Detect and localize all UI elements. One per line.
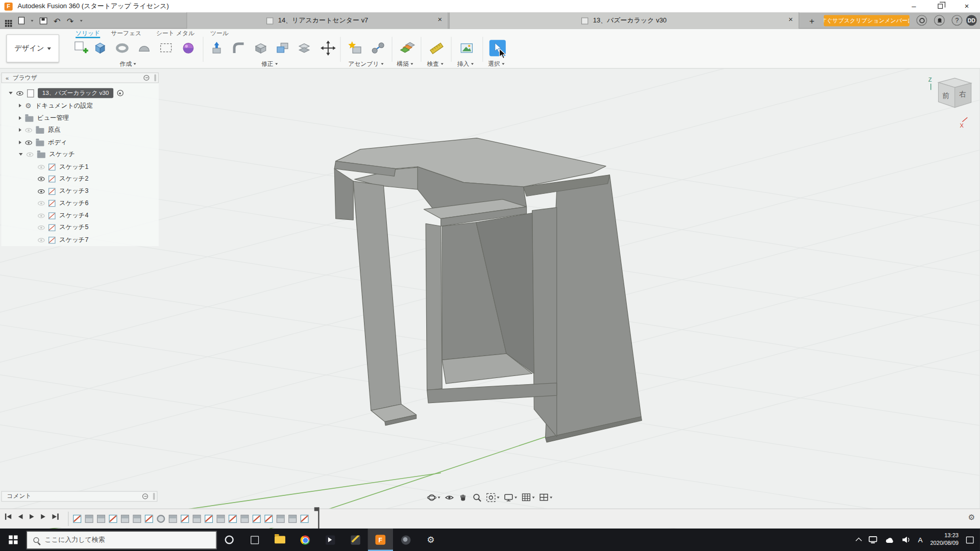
hole-icon[interactable] bbox=[136, 40, 153, 56]
timeline-feature-sketch[interactable] bbox=[229, 515, 237, 523]
collapsed-icon[interactable] bbox=[19, 141, 21, 144]
zoom-icon[interactable] bbox=[471, 492, 483, 503]
image-editor-icon[interactable] bbox=[393, 529, 418, 551]
collapse-comments-icon[interactable] bbox=[142, 493, 148, 499]
timeline-feature-sketch[interactable] bbox=[301, 515, 309, 523]
root-document-label[interactable]: 13、バズーカラック v30 bbox=[38, 88, 113, 98]
tree-row-document-settings[interactable]: ⚙ ドキュメントの設定 bbox=[19, 100, 93, 111]
timeline-feature-extrude[interactable] bbox=[216, 515, 225, 523]
visibility-eye-icon[interactable] bbox=[38, 177, 45, 181]
modify-group-label[interactable]: 修正 bbox=[261, 60, 278, 68]
expand-icon[interactable] bbox=[9, 92, 12, 94]
new-tab-button[interactable]: + bbox=[805, 12, 819, 29]
inspect-group-label[interactable]: 検査 bbox=[427, 60, 444, 68]
tree-row-origin[interactable]: 原点 bbox=[19, 124, 60, 136]
timeline-step-forward-button[interactable] bbox=[41, 514, 45, 519]
construct-plane-icon[interactable] bbox=[399, 40, 415, 56]
data-panel-icon[interactable] bbox=[5, 20, 7, 22]
extrude-icon[interactable] bbox=[92, 40, 108, 56]
tree-row-bodies[interactable]: ボディ bbox=[19, 137, 67, 148]
timeline-feature-extrude[interactable] bbox=[277, 515, 285, 523]
cloud-tray-icon[interactable] bbox=[885, 536, 894, 543]
fillet-icon[interactable] bbox=[231, 40, 247, 56]
tree-label[interactable]: ドキュメントの設定 bbox=[35, 101, 93, 110]
subscription-button[interactable]: 今すぐサブスクリプションメンバーに... bbox=[824, 15, 910, 26]
file-icon[interactable] bbox=[18, 17, 24, 24]
tree-label[interactable]: スケッチ bbox=[49, 150, 75, 159]
file-menu-caret[interactable] bbox=[31, 20, 33, 22]
tree-row-sketch[interactable]: スケッチ1 bbox=[38, 161, 88, 172]
new-component-icon[interactable] bbox=[347, 40, 363, 56]
create-group-label[interactable]: 作成 bbox=[119, 60, 136, 68]
timeline-play-button[interactable] bbox=[30, 514, 34, 519]
timeline-feature-extrude[interactable] bbox=[240, 515, 249, 523]
minimize-browser-icon[interactable] bbox=[143, 75, 149, 81]
select-group-label[interactable]: 選択 bbox=[488, 60, 504, 68]
visibility-eye-icon[interactable] bbox=[38, 189, 45, 193]
workspace-switcher[interactable]: デザイン bbox=[6, 34, 59, 62]
fusion-taskbar-icon[interactable]: F bbox=[368, 529, 393, 551]
display-settings-icon[interactable] bbox=[503, 492, 519, 503]
job-status-icon[interactable] bbox=[916, 15, 927, 26]
visibility-eye-icon[interactable] bbox=[38, 238, 45, 242]
ribbon-tab-surface[interactable]: サーフェス bbox=[111, 30, 141, 38]
comment-panel-handle[interactable] bbox=[153, 493, 155, 499]
tree-row-sketch[interactable]: スケッチ5 bbox=[38, 222, 88, 233]
sketch-label[interactable]: スケッチ6 bbox=[59, 198, 88, 207]
ribbon-tab-tools[interactable]: ツール bbox=[210, 30, 229, 38]
timeline-feature-extrude[interactable] bbox=[193, 515, 201, 523]
timeline-feature-sketch[interactable] bbox=[109, 515, 117, 523]
grid-settings-icon[interactable] bbox=[520, 492, 536, 503]
shell-icon[interactable] bbox=[253, 40, 269, 56]
visibility-eye-icon[interactable] bbox=[25, 140, 32, 145]
visibility-eye-icon[interactable] bbox=[38, 201, 45, 206]
timeline-feature-extrude[interactable] bbox=[97, 515, 105, 523]
construct-group-label[interactable]: 構築 bbox=[397, 60, 413, 68]
timeline-feature-sketch[interactable] bbox=[181, 515, 189, 523]
timeline-feature-sketch[interactable] bbox=[253, 515, 261, 523]
help-icon[interactable]: ? bbox=[951, 15, 962, 26]
tree-row-sketch[interactable]: スケッチ3 bbox=[38, 186, 88, 197]
visibility-eye-icon[interactable] bbox=[38, 165, 45, 169]
timeline-feature-sketch[interactable] bbox=[205, 515, 213, 523]
timeline-feature-sketch[interactable] bbox=[145, 515, 153, 523]
tree-root-row[interactable]: 13、バズーカラック v30 bbox=[9, 87, 123, 98]
view-cube[interactable]: Z 前 右 X bbox=[923, 72, 980, 130]
tree-row-sketch[interactable]: スケッチ4 bbox=[38, 210, 88, 221]
cortana-button[interactable] bbox=[216, 529, 241, 551]
media-player-icon[interactable] bbox=[317, 529, 342, 551]
document-tab-inactive[interactable]: 14、リアスカートセンター v7 × bbox=[186, 12, 448, 29]
tree-row-sketch[interactable]: スケッチ6 bbox=[38, 197, 88, 209]
timeline-feature-sketch[interactable] bbox=[73, 515, 81, 523]
sketch-label[interactable]: スケッチ4 bbox=[59, 211, 88, 220]
notifications-icon[interactable] bbox=[934, 15, 945, 26]
sketch-label[interactable]: スケッチ1 bbox=[59, 162, 88, 171]
create-sketch-icon[interactable] bbox=[73, 40, 89, 56]
pan-icon[interactable] bbox=[457, 492, 469, 503]
undo-menu-caret[interactable] bbox=[80, 20, 82, 22]
tree-row-sketch[interactable]: スケッチ7 bbox=[38, 234, 88, 245]
tree-label[interactable]: ビュー管理 bbox=[37, 114, 69, 122]
visibility-eye-icon[interactable] bbox=[16, 91, 23, 95]
timeline-feature-extrude[interactable] bbox=[85, 515, 93, 523]
ribbon-tab-solid[interactable]: ソリッド bbox=[76, 30, 100, 38]
sketch-label[interactable]: スケッチ3 bbox=[59, 187, 88, 195]
tree-label[interactable]: 原点 bbox=[48, 126, 61, 134]
chrome-icon[interactable] bbox=[292, 529, 317, 551]
task-view-button[interactable] bbox=[242, 529, 267, 551]
timeline-feature-extrude[interactable] bbox=[288, 515, 297, 523]
press-pull-icon[interactable] bbox=[208, 40, 225, 56]
sketch-label[interactable]: スケッチ7 bbox=[59, 236, 88, 244]
combine-icon[interactable] bbox=[275, 40, 291, 56]
settings-app-icon[interactable]: ⚙ bbox=[418, 529, 443, 551]
ime-indicator[interactable]: A bbox=[918, 536, 923, 544]
insert-group-label[interactable]: 挿入 bbox=[457, 60, 474, 68]
visibility-eye-icon[interactable] bbox=[25, 128, 32, 132]
timeline-go-to-start-button[interactable] bbox=[5, 514, 11, 520]
action-center-icon[interactable] bbox=[966, 536, 974, 543]
volume-tray-icon[interactable] bbox=[901, 536, 910, 544]
taskbar-clock[interactable]: 13:23 2020/08/09 bbox=[930, 533, 959, 547]
timeline-feature-extrude[interactable] bbox=[133, 515, 141, 523]
visibility-eye-icon[interactable] bbox=[27, 152, 34, 157]
browser-panel-handle[interactable] bbox=[154, 74, 156, 81]
